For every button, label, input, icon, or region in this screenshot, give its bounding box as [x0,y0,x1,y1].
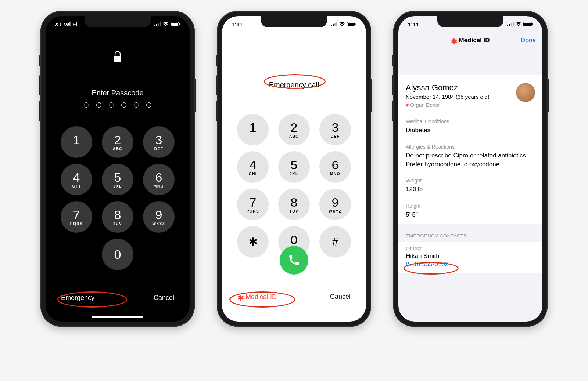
wifi-icon [339,22,345,26]
keypad-key-3[interactable]: 3DEF [143,126,175,158]
phone-icon [288,254,300,266]
battery-icon [171,22,180,26]
keypad-key-8[interactable]: 8TUV [278,189,310,220]
svg-rect-11 [336,22,337,26]
profile-dob: November 14, 1984 (35 years old) [406,94,490,100]
height-block: Height 5' 5" [398,199,542,224]
height-label: Height [406,203,535,209]
svg-rect-1 [156,24,157,26]
emergency-contact: partner Hikari Smith (518) 555-0102 [398,242,542,273]
medical-conditions-block: Medical Conditions Diabetes [398,115,542,140]
battery-icon [523,22,533,26]
battery-icon [347,22,356,26]
status-time: 1:11 [408,21,419,28]
keypad-key-4[interactable]: 4GHI [61,164,92,195]
avatar [516,83,535,102]
status-right [507,22,533,26]
phone-emergency-dial: 1:11 Emergency call 1 2ABC3DEF4GHI5JKL6M… [217,11,371,327]
status-right [154,22,180,26]
cancel-button[interactable]: Cancel [330,293,351,301]
svg-rect-0 [154,25,155,26]
signal-icon [154,22,161,26]
keypad-key-0[interactable]: 0 [102,239,133,270]
allergies-value: Do not prescribe Cipro or related antibi… [406,151,535,169]
keypad-key-9[interactable]: 9WXYZ [143,201,175,233]
heart-icon: ♥ [406,102,409,108]
dial-keypad: 1 2ABC3DEF4GHI5JKL6MNO7PQRS8TUV9WXYZ✱0+# [222,114,366,258]
keypad-key-hash[interactable]: # [319,226,351,258]
emergency-call-title: Emergency call [222,81,366,89]
svg-rect-15 [507,25,508,26]
keypad-key-1[interactable]: 1 [61,126,92,158]
keypad-key-1[interactable]: 1 [237,114,269,145]
contact-phone[interactable]: (518) 555-0102 [406,261,535,268]
status-right [331,22,356,26]
keypad-key-8[interactable]: 8TUV [102,201,133,233]
profile-card: Alyssa Gomez November 14, 1984 (35 years… [398,75,542,115]
organ-donor-label: Organ Donor [410,102,440,108]
svg-rect-5 [171,23,178,26]
allergies-label: Allergies & Reactions [406,144,535,150]
status-carrier: &T Wi-Fi [55,21,78,28]
keypad-key-2[interactable]: 2ABC [278,114,310,145]
medical-id-body: Alyssa Gomez November 14, 1984 (35 years… [398,48,542,322]
passcode-dots [46,102,190,108]
status-time: 1:11 [232,21,243,28]
keypad-key-9[interactable]: 9WXYZ [319,189,351,220]
home-indicator[interactable] [92,316,143,318]
keypad-key-6[interactable]: 6MNO [319,151,351,183]
svg-rect-9 [333,24,334,26]
keypad-key-7[interactable]: 7PQRS [61,201,92,233]
svg-rect-7 [114,56,121,62]
svg-rect-3 [160,22,161,26]
keypad-key-6[interactable]: 6MNO [143,164,175,195]
allergies-block: Allergies & Reactions Do not prescribe C… [398,140,542,174]
keypad-key-5[interactable]: 5JKL [102,164,133,195]
cancel-button[interactable]: Cancel [154,294,174,302]
svg-rect-21 [532,23,533,25]
medical-id-link[interactable]: ✱ Medical ID [237,293,277,301]
asterisk-icon: ✱ [451,37,458,45]
conditions-value: Diabetes [406,126,535,135]
weight-value: 120 lb [406,185,535,194]
keypad-key-5[interactable]: 5JKL [278,151,310,183]
svg-rect-17 [511,23,512,26]
keypad-key-3[interactable]: 3DEF [319,114,351,145]
keypad-key-4[interactable]: 4GHI [237,151,269,183]
weight-label: Weight [406,178,535,184]
svg-rect-16 [509,24,510,26]
medical-id-label: Medical ID [245,293,277,301]
done-button[interactable]: Done [521,37,536,44]
keypad-key-7[interactable]: 7PQRS [237,189,269,220]
passcode-keypad: 1 2ABC3DEF4GHI5JKL6MNO7PQRS8TUV9WXYZ0 [46,126,190,270]
contact-name: Hikari Smith [406,253,535,260]
svg-rect-14 [356,23,356,25]
signal-icon [507,22,514,26]
call-button[interactable] [280,246,308,275]
height-value: 5' 5" [406,210,535,219]
keypad-key-star[interactable]: ✱ [237,226,269,258]
svg-rect-8 [331,25,332,26]
weight-block: Weight 120 lb [398,174,542,199]
wifi-icon [163,22,169,26]
conditions-label: Medical Conditions [406,119,535,124]
phone-lockscreen: &T Wi-Fi Enter Passcode 1 2ABC3DEF4GHI5J… [40,11,195,327]
navbar-title: ✱ Medical ID [451,36,490,44]
svg-rect-6 [179,23,180,25]
keypad-key-2[interactable]: 2ABC [102,126,133,158]
navbar: ✱ Medical ID Done [398,32,542,48]
asterisk-icon: ✱ [237,294,244,302]
emergency-contacts-header: EMERGENCY CONTACTS [398,224,542,242]
svg-rect-20 [524,23,531,26]
svg-rect-10 [334,23,336,26]
navbar-title-text: Medical ID [459,37,490,44]
contact-relationship: partner [406,245,535,251]
svg-rect-18 [513,22,514,26]
signal-icon [331,22,337,26]
organ-donor: ♥ Organ Donor [406,102,490,108]
phone-medical-id: 1:11 ✱ Medical ID Done Alyssa Gomez Nove… [393,11,548,327]
profile-name: Alyssa Gomez [406,83,490,92]
lock-icon [113,51,122,65]
svg-rect-2 [158,23,159,26]
emergency-button[interactable]: Emergency [61,294,94,302]
